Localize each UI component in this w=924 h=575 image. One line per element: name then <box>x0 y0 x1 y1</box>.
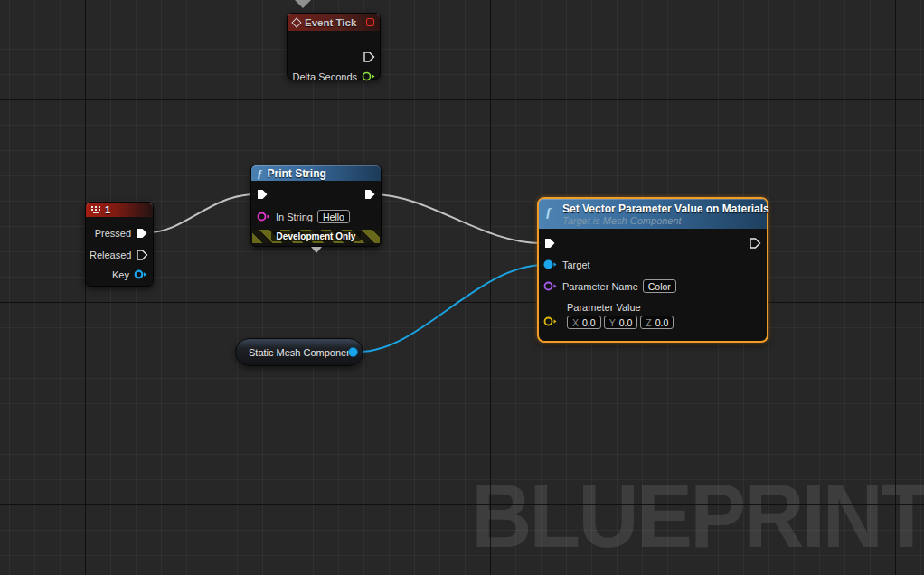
pressed-exec-pin[interactable] <box>136 227 148 240</box>
static-mesh-component-label: Static Mesh Component <box>249 347 354 358</box>
node-event-tick[interactable]: Event Tick Delta Seconds <box>287 13 381 80</box>
exec-in-pin[interactable] <box>543 237 556 250</box>
key-event-title: 1 <box>105 204 110 215</box>
in-string-label: In String <box>276 212 313 222</box>
pressed-label: Pressed <box>95 228 131 239</box>
wire-printstring-to-setvector[interactable] <box>372 194 542 243</box>
y-value: 0.0 <box>619 317 633 328</box>
parameter-name-pin[interactable] <box>543 280 558 292</box>
static-mesh-output-pin[interactable] <box>348 347 358 357</box>
wire-layer <box>0 0 924 575</box>
node-print-string[interactable]: ƒ Print String In String Hello Developme… <box>250 165 382 247</box>
print-string-title: Print String <box>268 167 326 180</box>
x-value: 0.0 <box>582 317 596 328</box>
vector-z-input[interactable]: Z0.0 <box>640 316 674 329</box>
parameter-value-block: Parameter Value X0.0 Y0.0 Z0.0 <box>543 302 674 329</box>
in-string-input[interactable]: Hello <box>317 210 350 223</box>
y-axis-label: Y <box>609 317 616 328</box>
parameter-name-row: Parameter Name Color <box>543 279 676 293</box>
wire-staticmesh-to-target[interactable] <box>359 265 544 352</box>
exec-out-pin[interactable] <box>363 51 375 63</box>
exec-out-row <box>363 188 376 201</box>
set-vector-header[interactable]: ƒ Set Vector Parameter Value on Material… <box>539 199 767 229</box>
x-axis-label: X <box>572 317 579 328</box>
print-string-header[interactable]: ƒ Print String <box>251 165 381 181</box>
z-value: 0.0 <box>655 317 669 328</box>
event-tick-exec-row <box>363 51 375 63</box>
node-static-mesh-component[interactable]: Static Mesh Component <box>235 338 363 366</box>
exec-out-pin[interactable] <box>749 237 761 250</box>
node-key-event-1[interactable]: 1 Pressed Released Key <box>85 202 154 287</box>
vector-inputs: X0.0 Y0.0 Z0.0 <box>567 316 674 329</box>
parameter-value-label: Parameter Value <box>567 302 674 313</box>
exec-in-row <box>256 188 269 201</box>
vector-y-input[interactable]: Y0.0 <box>604 316 638 329</box>
parameter-name-input[interactable]: Color <box>643 279 676 293</box>
released-row: Released <box>90 249 148 261</box>
development-only-banner: Development Only <box>252 230 380 243</box>
event-tick-title: Event Tick <box>305 17 356 28</box>
function-icon: ƒ <box>257 167 263 179</box>
key-label: Key <box>112 269 129 280</box>
exec-out-row <box>749 237 761 250</box>
event-tick-box-icon <box>366 18 374 26</box>
z-axis-label: Z <box>646 317 651 328</box>
wire-pressed-to-printstring[interactable] <box>148 194 256 232</box>
set-vector-subtitle: Target is Mesh Component <box>562 215 682 226</box>
target-pin[interactable] <box>543 259 558 270</box>
pressed-row: Pressed <box>90 227 148 240</box>
vector-x-input[interactable]: X0.0 <box>567 316 601 329</box>
released-exec-pin[interactable] <box>136 249 148 261</box>
node-set-vector-parameter[interactable]: ƒ Set Vector Parameter Value on Material… <box>537 197 768 343</box>
event-tick-header[interactable]: Event Tick <box>288 14 380 31</box>
set-vector-title: Set Vector Parameter Value on Materials <box>562 203 769 215</box>
released-label: Released <box>90 250 131 260</box>
parameter-value-pin[interactable] <box>543 316 558 327</box>
event-diamond-icon <box>291 17 301 27</box>
exec-out-pin[interactable] <box>363 188 376 201</box>
target-label: Target <box>562 259 590 270</box>
delta-seconds-label: Delta Seconds <box>292 71 357 82</box>
blueprint-graph-canvas[interactable]: BLUEPRINT Event Tick Delta Seconds <box>0 0 924 575</box>
development-only-label: Development Only <box>271 231 362 241</box>
target-row: Target <box>543 259 590 270</box>
key-event-header[interactable]: 1 <box>86 203 153 217</box>
key-row: Key <box>90 269 148 280</box>
in-string-pin[interactable] <box>257 211 271 222</box>
delta-seconds-row: Delta Seconds <box>292 71 376 82</box>
keyboard-icon <box>91 206 100 213</box>
parameter-name-label: Parameter Name <box>562 281 638 292</box>
node-expand-arrow-icon[interactable] <box>311 247 322 253</box>
exec-in-row <box>543 237 556 250</box>
in-string-row: In String Hello <box>257 210 350 223</box>
function-icon: ƒ <box>545 206 552 220</box>
exec-in-pin[interactable] <box>256 188 269 201</box>
offscreen-node-expand-arrow-icon[interactable] <box>295 0 311 8</box>
key-pin[interactable] <box>134 269 148 280</box>
delta-seconds-pin[interactable] <box>362 71 376 82</box>
